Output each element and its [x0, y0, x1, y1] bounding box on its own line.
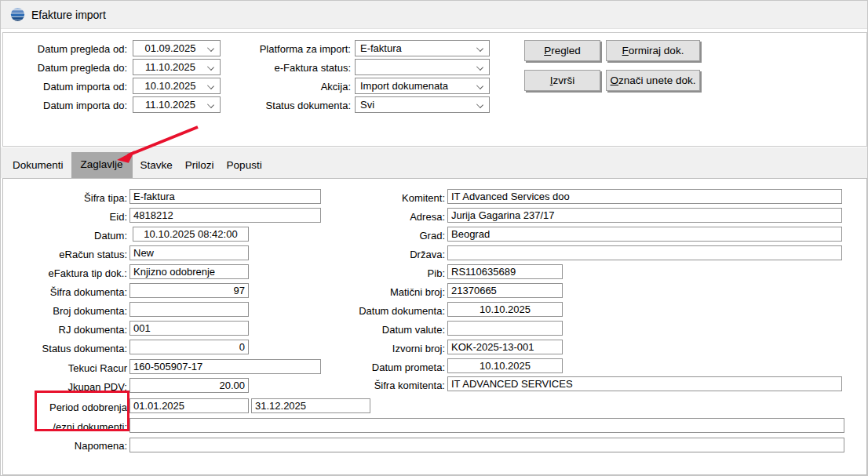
window-title: Efakture import	[31, 9, 106, 21]
broj-dokumenta-field[interactable]	[129, 302, 249, 317]
tab-prilozi[interactable]: Prilozi	[179, 155, 221, 178]
filter-label-platforma: Platforma za import:	[223, 43, 351, 55]
formiraj-dok-button[interactable]: Formiraj dok.	[606, 40, 700, 61]
chevron-down-icon	[207, 101, 214, 108]
efaktura-status-select[interactable]	[355, 59, 490, 75]
rj-dokumenta-field[interactable]	[129, 321, 249, 336]
chevron-down-icon	[207, 64, 214, 71]
period-odobrenja-od-field[interactable]	[129, 398, 249, 413]
drzava-field[interactable]	[447, 245, 842, 260]
label-datum-prometa: Datum prometa:	[325, 362, 445, 373]
filter-label-datum-importa-do: Datum importa do:	[9, 100, 127, 111]
akcija-select[interactable]: Import dokumenata	[355, 78, 490, 94]
label-sifra-tipa: Šifra tipa:	[11, 192, 127, 204]
komitent-field[interactable]	[447, 189, 842, 204]
zaglavlje-form-panel: Šifra tipa: Eid: Datum: eRačun status: e…	[2, 178, 867, 475]
datum-prometa-field[interactable]	[447, 358, 563, 373]
label-ukupan-pdv: Jkupan PDV:	[11, 381, 127, 393]
globe-icon	[10, 7, 25, 22]
label-drzava: Država:	[325, 249, 445, 260]
date-picker-importa-do[interactable]: 11.10.2025	[133, 96, 221, 113]
tab-strip: Dokumenti Zaglavlje Stavke Prilozi Popus…	[1, 147, 868, 178]
datum-valute-field[interactable]	[447, 321, 563, 336]
date-picker-pregleda-od[interactable]: 01.09.2025	[133, 40, 221, 56]
datum-field[interactable]	[133, 227, 249, 242]
label-pib: Pib:	[325, 267, 445, 279]
label-efaktura-tip-dok: eFaktura tip dok.:	[11, 267, 127, 279]
oznaci-unete-dok-button[interactable]: Označi unete dok.	[606, 70, 700, 91]
chevron-down-icon	[207, 45, 214, 52]
tab-dokumenti[interactable]: Dokumenti	[6, 155, 70, 178]
chevron-down-icon	[476, 64, 483, 71]
label-sifra-komitenta: Šifra komitenta:	[325, 380, 445, 391]
label-status-dokumenta: Status dokumenta:	[11, 343, 127, 354]
label-datum-valute: Datum valute:	[325, 324, 445, 336]
platforma-za-import-select[interactable]: E-faktura	[355, 40, 490, 56]
maticni-broj-field[interactable]	[447, 283, 563, 298]
label-napomena: Napomena:	[11, 440, 127, 452]
filter-label-datum-importa-od: Datum importa od:	[9, 81, 127, 93]
date-picker-importa-od[interactable]: 10.10.2025	[133, 78, 221, 94]
datum-dokumenta-field[interactable]	[447, 302, 563, 317]
ukupan-pdv-field[interactable]	[129, 378, 249, 393]
label-eracun-status: eRačun status:	[11, 249, 127, 260]
chevron-down-icon	[207, 82, 214, 89]
label-datum-dokumenta: Datum dokumenta:	[325, 305, 445, 317]
efakture-import-window: { "window": { "title": "Efakture import"…	[0, 0, 868, 476]
chevron-down-icon	[476, 101, 483, 108]
period-odobrenja-do-field[interactable]	[251, 398, 370, 413]
filter-label-akcija: Akcija:	[223, 81, 351, 93]
label-broj-dokumenta: Broj dokumenta:	[11, 305, 127, 317]
chevron-down-icon	[476, 45, 483, 52]
napomena-field[interactable]	[129, 438, 844, 452]
label-eid: Eid:	[11, 211, 127, 223]
label-datum: Datum:	[11, 230, 127, 242]
date-picker-pregleda-do[interactable]: 11.10.2025	[133, 59, 221, 75]
status-dokumenta-field[interactable]	[129, 340, 249, 354]
label-tekuci-racun: Tekuci Racur	[11, 362, 127, 374]
eid-field[interactable]	[129, 208, 321, 223]
chevron-down-icon	[476, 82, 483, 89]
label-grad: Grad:	[325, 230, 445, 242]
label-period-odobrenja: Period odobrenja	[11, 402, 127, 413]
pib-field[interactable]	[447, 264, 563, 279]
tab-zaglavlje[interactable]: Zaglavlje	[71, 152, 133, 178]
filter-label-efaktura-status: e-Faktura status:	[223, 62, 351, 74]
tekuci-racun-field[interactable]	[129, 359, 321, 374]
label-sifra-dokumenta: Šifra dokumenta:	[11, 286, 127, 298]
filter-label-datum-pregleda-do: Datum pregleda do:	[9, 62, 127, 74]
label-rj-dokumenta: RJ dokumenta:	[11, 324, 127, 336]
label-izvorni-broj: Izvorni broj:	[325, 343, 445, 354]
sifra-tipa-field[interactable]	[129, 189, 321, 204]
vezni-dokumenti-field[interactable]	[129, 418, 844, 433]
label-adresa: Adresa:	[325, 211, 445, 223]
filter-label-datum-pregleda-od: Datum pregleda od:	[9, 43, 127, 55]
label-komitent: Komitent:	[325, 192, 445, 204]
izvrsi-button[interactable]: Izvrši	[524, 70, 600, 91]
tab-popusti[interactable]: Popusti	[221, 155, 268, 178]
sifra-dokumenta-field[interactable]	[129, 283, 249, 298]
izvorni-broj-field[interactable]	[447, 340, 563, 354]
tab-stavke[interactable]: Stavke	[134, 155, 179, 178]
eracun-status-field[interactable]	[129, 245, 249, 260]
grad-field[interactable]	[447, 227, 842, 242]
status-dokumenta-select[interactable]: Svi	[355, 96, 490, 113]
window-titlebar: Efakture import	[1, 1, 868, 29]
filter-panel: Datum pregleda od: Datum pregleda do: Da…	[2, 32, 867, 147]
adresa-field[interactable]	[447, 208, 842, 223]
filter-label-status-dokumenta: Status dokumenta:	[223, 100, 351, 111]
label-vezni-dokumenti: /ezni dokumenti:	[11, 421, 127, 433]
label-maticni-broj: Matični broj:	[325, 286, 445, 298]
sifra-komitenta-field[interactable]	[447, 376, 842, 391]
pregled-button[interactable]: Pregled	[524, 40, 600, 61]
efaktura-tip-dok-field[interactable]	[129, 264, 249, 279]
